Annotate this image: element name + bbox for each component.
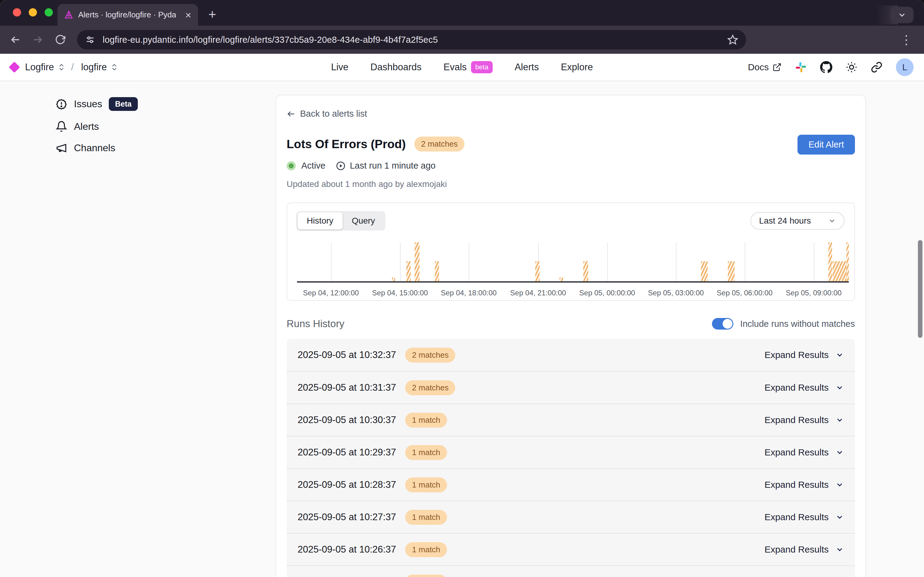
external-link-icon: [772, 63, 782, 72]
chart-axis: Sep 04, 12:00:00Sep 04, 15:00:00Sep 04, …: [297, 286, 849, 301]
tab-history[interactable]: History: [298, 212, 342, 229]
chart-x-tick-label: Sep 04, 15:00:00: [372, 288, 428, 297]
issues-alert-icon: [56, 98, 67, 110]
chevron-down-icon: [828, 217, 836, 225]
tab-close-icon[interactable]: ×: [185, 10, 191, 20]
reload-icon[interactable]: [55, 34, 67, 46]
bookmark-star-icon[interactable]: [727, 34, 738, 45]
run-timestamp: 2025-09-05 at 10:29:37: [298, 447, 396, 458]
chart-bar: [535, 261, 540, 281]
back-icon[interactable]: [9, 34, 21, 46]
run-timestamp: 2025-09-05 at 10:28:37: [298, 479, 396, 490]
nav-live[interactable]: Live: [331, 62, 348, 73]
app-header: Logfire / logfire Live Dashboards Evals …: [0, 54, 924, 81]
share-link-icon[interactable]: [871, 61, 882, 73]
back-to-alerts-link[interactable]: Back to alerts list: [287, 109, 855, 119]
chart-x-tick-label: Sep 05, 03:00:00: [648, 288, 704, 297]
chart-bar: [414, 242, 419, 281]
breadcrumb: Logfire / logfire: [0, 62, 117, 73]
org-name[interactable]: Logfire: [25, 62, 54, 73]
edit-alert-button[interactable]: Edit Alert: [798, 135, 855, 155]
run-matches-badge: 1 match: [405, 445, 447, 460]
run-row: 2025-09-05 at 10:25:37 1 match Expand Re…: [287, 566, 855, 577]
alert-matches-badge: 2 matches: [414, 137, 464, 152]
chart-x-tick-label: Sep 05, 09:00:00: [786, 288, 842, 297]
org-switcher-icon[interactable]: [59, 64, 64, 71]
history-query-tabs: History Query: [297, 211, 385, 230]
expand-results-button[interactable]: Expand Results: [764, 350, 844, 360]
header-actions: Docs L: [748, 58, 914, 76]
include-runs-toggle[interactable]: [712, 318, 733, 330]
docs-link[interactable]: Docs: [748, 62, 782, 73]
chart-x-tick-label: Sep 05, 06:00:00: [717, 288, 773, 297]
run-timestamp: 2025-09-05 at 10:30:37: [298, 414, 396, 425]
chart-bar: [828, 242, 832, 281]
expand-results-button[interactable]: Expand Results: [764, 382, 844, 393]
page-scrollbar-thumb[interactable]: [918, 240, 922, 338]
expand-results-button[interactable]: Expand Results: [764, 447, 844, 458]
tab-search-button[interactable]: [890, 7, 914, 23]
nav-explore[interactable]: Explore: [561, 62, 593, 73]
last-run-label: Last run 1 minute ago: [350, 161, 436, 171]
tab-strip: Alerts · logfire/logfire · Pydant × +: [0, 0, 924, 26]
browser-tab[interactable]: Alerts · logfire/logfire · Pydant ×: [58, 4, 198, 26]
breadcrumb-separator: /: [71, 62, 74, 73]
logfire-logo-icon: [9, 62, 20, 73]
history-panel: History Query Last 24 hours Sep 04, 12:0…: [287, 203, 855, 301]
runs-history-heading: Runs History: [287, 318, 344, 330]
megaphone-icon: [56, 142, 67, 154]
run-row: 2025-09-05 at 10:30:37 1 match Expand Re…: [287, 403, 855, 436]
alert-detail-card: Back to alerts list Lots Of Errors (Prod…: [276, 95, 866, 577]
run-row: 2025-09-05 at 10:28:37 1 match Expand Re…: [287, 468, 855, 501]
expand-results-button[interactable]: Expand Results: [764, 512, 844, 522]
chart-gridline: [400, 243, 401, 281]
minimize-window-button[interactable]: [29, 8, 37, 16]
nav-alerts[interactable]: Alerts: [514, 62, 539, 73]
sidebar-item-issues[interactable]: Issues Beta: [56, 97, 138, 111]
tab-query[interactable]: Query: [342, 212, 384, 229]
run-matches-badge: 1 match: [405, 413, 447, 428]
expand-results-button[interactable]: Expand Results: [764, 544, 844, 555]
expand-results-button[interactable]: Expand Results: [764, 480, 844, 490]
chart-x-tick-label: Sep 05, 00:00:00: [579, 288, 635, 297]
favicon-logfire-icon: [64, 10, 73, 19]
user-avatar[interactable]: L: [896, 58, 914, 76]
run-timestamp: 2025-09-05 at 10:27:37: [298, 512, 396, 523]
new-tab-button[interactable]: +: [208, 7, 216, 22]
issues-beta-badge: Beta: [109, 97, 137, 111]
slack-icon[interactable]: [795, 61, 807, 73]
updated-by-label: Updated about 1 month ago by alexmojaki: [287, 179, 855, 189]
theme-toggle-icon[interactable]: [846, 61, 857, 73]
status-active-icon: [287, 161, 296, 171]
sidebar-item-channels[interactable]: Channels: [56, 142, 138, 154]
toggle-knob: [722, 319, 732, 329]
chart-gridline: [607, 243, 608, 281]
project-name[interactable]: logfire: [81, 62, 106, 73]
zoom-window-button[interactable]: [45, 8, 53, 16]
chart-plot: [297, 243, 849, 282]
url-text[interactable]: logfire-eu.pydantic.info/logfire/logfire…: [103, 35, 720, 45]
expand-results-button[interactable]: Expand Results: [764, 415, 844, 425]
time-range-select[interactable]: Last 24 hours: [750, 212, 845, 230]
browser-menu-icon[interactable]: ⋮: [900, 33, 915, 47]
browser-toolbar: logfire-eu.pydantic.info/logfire/logfire…: [0, 26, 924, 54]
run-timestamp: 2025-09-05 at 10:26:37: [298, 544, 396, 555]
run-row: 2025-09-05 at 10:26:37 1 match Expand Re…: [287, 533, 855, 566]
forward-icon[interactable]: [32, 34, 44, 46]
sidebar-item-alerts[interactable]: Alerts: [56, 121, 138, 132]
nav-dashboards[interactable]: Dashboards: [370, 62, 421, 73]
site-settings-icon[interactable]: [85, 34, 95, 45]
chart-bar: [560, 277, 563, 281]
chart-bar: [728, 261, 735, 281]
window-controls: [13, 8, 53, 16]
project-switcher-icon[interactable]: [112, 64, 117, 71]
page-content: Issues Beta Alerts Channels: [0, 81, 924, 577]
nav-evals[interactable]: Evals beta: [443, 61, 493, 73]
url-bar[interactable]: logfire-eu.pydantic.info/logfire/logfire…: [77, 30, 746, 50]
close-window-button[interactable]: [13, 8, 21, 16]
alert-title: Lots Of Errors (Prod): [287, 137, 406, 151]
play-circle-icon: [336, 161, 345, 171]
chart-bar: [392, 277, 395, 281]
github-icon[interactable]: [820, 61, 832, 73]
run-matches-badge: 1 match: [405, 477, 447, 492]
